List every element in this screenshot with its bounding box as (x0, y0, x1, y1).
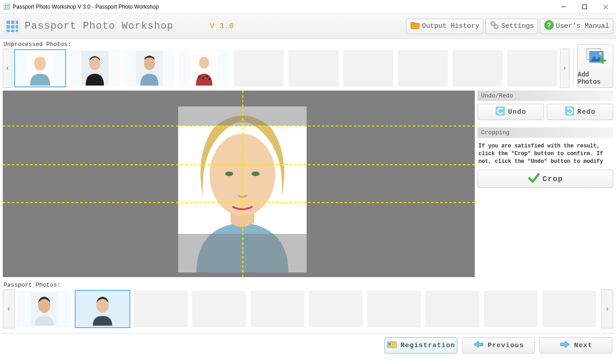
help-icon: ? (544, 20, 554, 32)
undo-redo-title: Undo/Redo (477, 91, 613, 101)
undo-label: Undo (508, 108, 526, 116)
passport-empty-slot (367, 291, 421, 327)
svg-rect-11 (11, 20, 15, 24)
check-icon (528, 172, 540, 186)
users-manual-label: User's Manual (556, 22, 609, 30)
svg-rect-35 (199, 76, 200, 77)
redo-icon (565, 106, 575, 118)
passport-thumbs (17, 289, 599, 329)
passport-empty-slot (309, 291, 363, 327)
app-header: Passport Photo Workshop V 3.0 Output His… (0, 14, 616, 39)
svg-point-30 (89, 57, 100, 70)
passport-thumb[interactable] (76, 291, 129, 327)
crop-canvas[interactable] (3, 91, 475, 277)
svg-rect-0 (4, 4, 10, 10)
next-label: Next (574, 342, 592, 349)
unprocessed-empty-slot (507, 50, 557, 86)
svg-rect-37 (206, 76, 208, 77)
unprocessed-scroll-left[interactable]: ‹ (3, 49, 12, 88)
svg-rect-12 (15, 20, 18, 24)
gear-icon (489, 20, 499, 32)
svg-point-47 (225, 172, 233, 176)
svg-rect-58 (388, 343, 391, 345)
unprocessed-thumbs (15, 49, 557, 88)
unprocessed-thumb[interactable] (70, 50, 120, 86)
svg-marker-63 (560, 341, 570, 348)
unprocessed-thumb[interactable] (179, 50, 229, 86)
passport-scroll-right[interactable]: › (601, 289, 613, 329)
passport-photos-label: Passport Photos: (0, 280, 616, 289)
passport-scroll-left[interactable]: ‹ (3, 289, 15, 329)
arrow-right-icon (560, 340, 570, 351)
previous-button[interactable]: Previous (462, 337, 535, 354)
passport-empty-slot (192, 291, 246, 327)
cropping-instructions: If you are satisfied with the result, cl… (477, 141, 613, 167)
add-photos-icon (584, 47, 606, 69)
svg-rect-36 (202, 77, 204, 79)
svg-rect-10 (6, 20, 10, 24)
svg-marker-62 (474, 341, 483, 348)
passport-empty-slot (484, 291, 538, 327)
settings-button[interactable]: Settings (485, 19, 538, 34)
svg-text:?: ? (547, 21, 551, 29)
passport-empty-slot (542, 291, 596, 327)
svg-rect-6 (583, 5, 587, 9)
unprocessed-thumb[interactable] (15, 50, 65, 86)
close-button[interactable] (595, 0, 616, 14)
maximize-button[interactable] (574, 0, 595, 14)
passport-empty-slot (426, 291, 479, 327)
registration-label: Registration (400, 342, 455, 349)
output-history-label: Output History (422, 22, 479, 30)
redo-button[interactable]: Redo (547, 104, 613, 120)
users-manual-button[interactable]: ? User's Manual (540, 19, 613, 34)
unprocessed-empty-slot (234, 50, 284, 86)
settings-label: Settings (501, 22, 534, 30)
guide-line (3, 126, 475, 126)
brand-title: Passport Photo Workshop (25, 20, 174, 32)
app-icon (4, 4, 10, 10)
add-photos-button[interactable]: Add Photos (577, 44, 613, 88)
svg-point-28 (34, 57, 46, 71)
svg-rect-17 (11, 30, 15, 32)
svg-rect-2 (7, 5, 9, 6)
unprocessed-scroll-right[interactable]: › (560, 49, 570, 88)
brand-version: V 3.0 (210, 22, 234, 30)
svg-rect-1 (5, 5, 6, 6)
guide-line (3, 164, 475, 165)
redo-label: Redo (577, 108, 595, 116)
guide-line (3, 202, 475, 203)
svg-rect-20 (411, 22, 415, 24)
passport-thumb[interactable] (17, 291, 71, 327)
crop-button[interactable]: Crop (477, 170, 613, 188)
unprocessed-empty-slot (343, 50, 393, 86)
arrow-left-icon (473, 340, 484, 351)
window-title: Passport Photo Workshop V 3.0 - Passport… (13, 4, 159, 10)
unprocessed-label: Unprocessed Photos: (0, 39, 616, 49)
svg-rect-3 (5, 7, 6, 9)
output-history-button[interactable]: Output History (406, 19, 483, 34)
unprocessed-thumb[interactable] (124, 50, 175, 86)
registration-button[interactable]: Registration (385, 337, 457, 354)
svg-point-34 (199, 57, 209, 69)
svg-point-48 (252, 172, 260, 176)
undo-button[interactable]: Undo (477, 104, 544, 120)
svg-rect-4 (7, 7, 9, 9)
unprocessed-empty-slot (398, 50, 448, 86)
brand-icon (5, 19, 20, 34)
cropping-title: Cropping (477, 127, 613, 138)
crop-label: Crop (543, 175, 563, 183)
minimize-button[interactable] (553, 0, 574, 14)
previous-label: Previous (488, 342, 524, 349)
svg-rect-38 (209, 78, 210, 80)
divider (573, 49, 574, 88)
undo-icon (495, 106, 505, 118)
window-titlebar: Passport Photo Workshop V 3.0 - Passport… (0, 0, 616, 14)
next-button[interactable]: Next (539, 337, 612, 354)
svg-rect-44 (602, 57, 604, 64)
svg-rect-13 (6, 25, 10, 29)
passport-empty-slot (251, 291, 304, 327)
guide-line (242, 91, 243, 277)
svg-rect-15 (15, 25, 18, 29)
svg-rect-14 (11, 25, 15, 29)
svg-rect-16 (6, 30, 10, 32)
